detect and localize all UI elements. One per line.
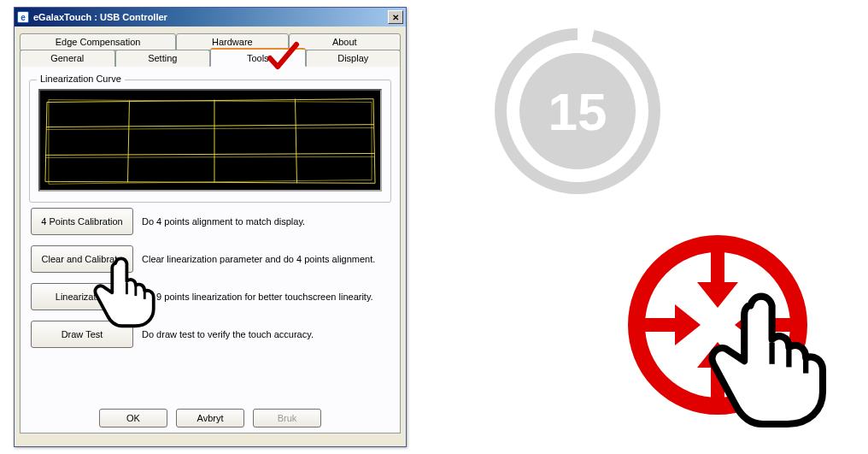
tab-general[interactable]: General — [20, 50, 115, 67]
four-points-desc: Do 4 points alignment to match display. — [142, 215, 390, 227]
clear-desc: Clear linearization parameter and do 4 p… — [142, 253, 390, 265]
svg-marker-15 — [697, 282, 738, 308]
linearization-desc: Do 9 points linearization for better tou… — [142, 291, 390, 303]
tab-label: General — [50, 53, 84, 63]
svg-rect-18 — [632, 318, 679, 332]
btn-label: Bruk — [278, 413, 297, 423]
egalax-dialog: e eGalaxTouch : USB Controller ✕ Edge Co… — [14, 7, 407, 447]
ok-button[interactable]: OK — [99, 409, 167, 427]
tab-setting[interactable]: Setting — [115, 50, 211, 67]
draw-test-button[interactable]: Draw Test — [31, 321, 133, 348]
app-icon: e — [17, 11, 29, 23]
tab-edge-compensation[interactable]: Edge Compensation — [20, 33, 176, 50]
btn-label: Linearization — [56, 292, 108, 302]
btn-label: OK — [126, 413, 140, 423]
btn-label: Clear and Calibrate — [42, 254, 123, 264]
cancel-button[interactable]: Avbryt — [176, 409, 244, 427]
apply-button[interactable]: Bruk — [253, 409, 321, 427]
tab-label: Tools — [247, 53, 269, 63]
row-linearization: Linearization Do 9 points linearization … — [29, 278, 391, 315]
client-area: Edge Compensation Hardware About General… — [15, 27, 406, 439]
tools-panel: Linearization Curve — [20, 66, 401, 433]
tab-display[interactable]: Display — [306, 50, 402, 67]
tab-label: Hardware — [212, 37, 253, 47]
window-title: eGalaxTouch : USB Controller — [33, 12, 388, 22]
tab-label: Display — [337, 53, 368, 63]
linearization-grid — [38, 89, 382, 192]
tab-tools[interactable]: Tools — [210, 48, 306, 67]
linearization-groupbox: Linearization Curve — [29, 80, 391, 203]
dialog-buttons: OK Avbryt Bruk — [21, 409, 400, 427]
tab-label: About — [332, 37, 357, 47]
groupbox-legend: Linearization Curve — [37, 74, 125, 84]
svg-marker-19 — [675, 304, 701, 345]
svg-rect-0 — [40, 91, 380, 190]
calibration-target-icon — [615, 222, 846, 453]
row-drawtest: Draw Test Do draw test to verify the tou… — [29, 315, 391, 353]
row-clear: Clear and Calibrate Clear linearization … — [29, 240, 391, 278]
clear-and-calibrate-button[interactable]: Clear and Calibrate — [31, 245, 133, 273]
tab-about[interactable]: About — [289, 33, 401, 50]
tab-label: Edge Compensation — [56, 37, 141, 47]
btn-label: Draw Test — [62, 329, 103, 339]
close-button[interactable]: ✕ — [388, 10, 403, 24]
titlebar[interactable]: e eGalaxTouch : USB Controller ✕ — [15, 8, 406, 27]
countdown-value: 15 — [548, 82, 607, 141]
tab-row-front: General Setting Tools Display — [20, 50, 401, 67]
drawtest-desc: Do draw test to verify the touch accurac… — [142, 328, 390, 340]
btn-label: Avbryt — [197, 413, 224, 423]
tab-label: Setting — [148, 53, 177, 63]
row-4pt: 4 Points Calibration Do 4 points alignme… — [29, 203, 391, 240]
linearization-button[interactable]: Linearization — [31, 283, 133, 310]
countdown-indicator: 15 — [492, 26, 663, 197]
svg-rect-14 — [711, 239, 724, 286]
btn-label: 4 Points Calibration — [41, 216, 122, 227]
four-points-calibration-button[interactable]: 4 Points Calibration — [31, 208, 133, 235]
